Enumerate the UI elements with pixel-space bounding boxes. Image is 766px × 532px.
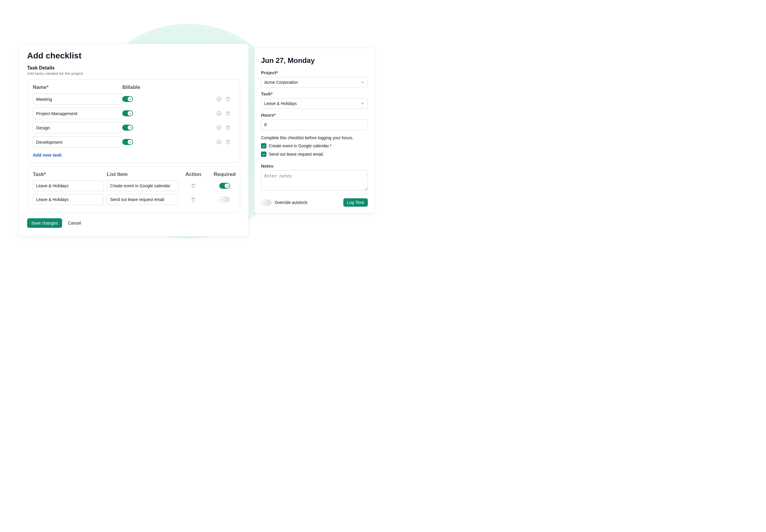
override-autolock-toggle[interactable] [261,199,272,205]
column-name: Name* [33,84,122,90]
billable-toggle[interactable] [122,110,133,116]
task-name-input[interactable]: Project Management [33,108,122,119]
column-action: Action [181,171,205,177]
task-name-input[interactable]: Meeting [33,93,122,105]
trash-icon[interactable] [225,139,231,145]
date-title: Jun 27, Monday [261,56,368,65]
page-title: Add checklist [27,51,240,61]
checklist-hint: Complete this checklist before logging y… [261,135,368,140]
trash-icon[interactable] [225,110,231,116]
svg-point-1 [217,111,221,115]
notes-label: Notes [261,163,368,168]
checklist-checkbox[interactable] [261,143,266,149]
project-value: Acme Corporation [264,80,298,85]
item-listitem-input[interactable]: Send out leave request email [107,194,178,205]
check-circle-icon[interactable] [216,110,222,116]
required-toggle[interactable] [219,197,230,202]
trash-icon[interactable] [190,197,196,202]
checklist-checkbox[interactable] [261,151,266,157]
list-items-panel: Task* List Item Action Required Leave & … [27,166,240,213]
column-required: Required [208,171,241,177]
task-name-input[interactable]: Development [33,136,122,148]
trash-icon[interactable] [225,96,231,102]
svg-point-0 [217,97,221,101]
checklist-item-label: Create event in Google calendar.* [269,143,331,148]
item-task-input[interactable]: Leave & Holidays [33,194,104,205]
hours-input[interactable] [261,119,368,130]
save-button[interactable]: Save changes [27,218,62,228]
cancel-button[interactable]: Cancel [65,218,84,228]
add-new-task-link[interactable]: Add new task [33,152,62,157]
task-name-input[interactable]: Design [33,122,122,133]
required-toggle[interactable] [219,183,230,189]
trash-icon[interactable] [225,125,231,131]
billable-toggle[interactable] [122,125,133,131]
item-task-input[interactable]: Leave & Holidays [33,180,104,191]
project-label: Project* [261,70,368,75]
log-time-card: Jun 27, Monday Project* Acme Corporation… [254,48,375,214]
column-task: Task* [33,171,104,177]
billable-toggle[interactable] [122,139,133,145]
column-billable: Billable [122,84,173,90]
trash-icon[interactable] [190,183,196,189]
check-circle-icon[interactable] [216,139,222,145]
notes-input[interactable] [261,170,368,191]
project-select[interactable]: Acme Corporation [261,77,368,88]
svg-point-3 [217,140,221,144]
billable-toggle[interactable] [122,96,133,102]
column-list-item: List Item [107,171,178,177]
task-label: Task* [261,91,368,96]
check-circle-icon[interactable] [216,125,222,131]
override-autolock-label: Override autolock [275,200,308,205]
tasks-panel: Name* Billable Meeting Project Managemen… [27,79,240,163]
task-value: Leave & Holidays [264,101,297,106]
task-details-subtext: Add tasks needed for the project [27,71,240,76]
task-details-heading: Task Details [27,65,240,71]
add-checklist-card: Add checklist Task Details Add tasks nee… [18,44,249,236]
svg-point-2 [217,126,221,130]
check-circle-icon[interactable] [216,96,222,102]
item-listitem-input[interactable]: Create event in Google calendar [107,180,178,191]
checklist-item-label: Send out leave request email. [269,152,324,157]
chevron-down-icon [360,80,365,84]
task-select[interactable]: Leave & Holidays [261,98,368,109]
chevron-down-icon [360,101,365,106]
hours-label: Hours* [261,112,368,117]
log-time-button[interactable]: Log Time [343,198,368,207]
